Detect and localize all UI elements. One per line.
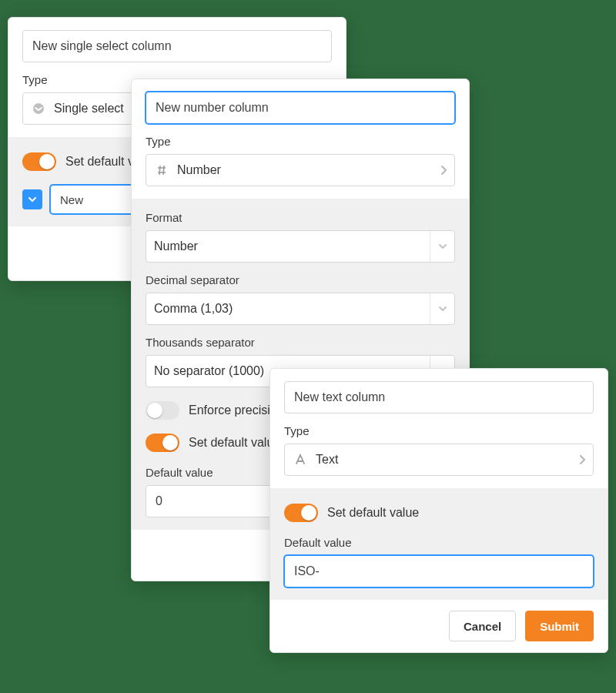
cancel-button[interactable]: Cancel — [449, 611, 516, 641]
set-default-label: Set default value — [327, 506, 419, 520]
submit-button[interactable]: Submit — [525, 611, 594, 641]
caret-down-icon — [430, 293, 454, 324]
single-select-icon — [31, 102, 46, 115]
type-value: Text — [316, 453, 579, 467]
text-icon — [293, 454, 308, 466]
set-default-toggle[interactable] — [284, 504, 318, 522]
format-label: Format — [146, 211, 455, 224]
column-name-input[interactable] — [146, 92, 455, 124]
type-label: Type — [284, 424, 594, 437]
column-name-input[interactable] — [284, 381, 594, 413]
chevron-right-icon — [579, 455, 585, 464]
svg-point-0 — [33, 103, 44, 114]
type-value: Number — [177, 163, 440, 177]
type-label: Type — [146, 135, 455, 148]
set-default-toggle[interactable] — [22, 152, 56, 171]
decimal-label: Decimal separator — [146, 273, 455, 286]
tag-dropdown-icon[interactable] — [22, 189, 42, 209]
thousands-label: Thousands separator — [146, 336, 455, 349]
decimal-value: Comma (1,03) — [154, 302, 430, 316]
set-default-label: Set default value — [189, 436, 280, 450]
chevron-right-icon — [440, 166, 447, 175]
type-select[interactable]: Text — [284, 444, 594, 476]
caret-down-icon — [430, 231, 454, 262]
format-value: Number — [154, 239, 430, 253]
format-select[interactable]: Number — [146, 230, 455, 263]
decimal-select[interactable]: Comma (1,03) — [146, 293, 455, 325]
type-select[interactable]: Number — [146, 154, 455, 186]
column-name-input[interactable] — [22, 30, 332, 62]
default-value-input[interactable] — [284, 555, 594, 588]
panel-text: Type Text Set default value Default valu… — [270, 368, 608, 653]
enforce-precision-toggle[interactable] — [146, 401, 179, 420]
set-default-toggle[interactable] — [146, 434, 179, 452]
default-label: Default value — [284, 536, 594, 549]
number-icon — [154, 164, 169, 176]
